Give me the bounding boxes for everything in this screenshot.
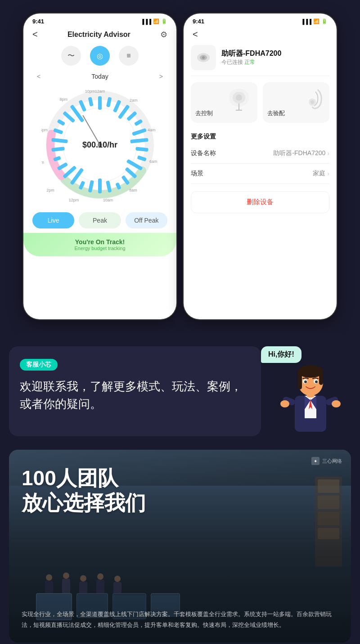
phone1-header: < Electricity Advisor ⚙ <box>23 27 176 44</box>
delete-device-button[interactable]: 删除设备 <box>191 191 329 213</box>
phones-section: 9:41 ▐▐▐ 📶 🔋 < Electricity Advisor ⚙ 〜 ◎… <box>0 0 360 333</box>
svg-point-74 <box>280 400 289 407</box>
radial-chart: 12am 2am 4am 6am 8am 10am 12pm 2pm 4pm 6… <box>23 82 176 206</box>
svg-text:6am: 6am <box>149 159 158 164</box>
tab-bar: 〜 ◎ ≡ <box>23 44 176 71</box>
back-button-1[interactable]: < <box>32 29 38 40</box>
svg-text:12pm: 12pm <box>69 198 79 202</box>
action-buttons: Live Peak Off Peak <box>23 206 176 233</box>
tab-chart[interactable]: 〜 <box>61 46 81 66</box>
team-section: ✦ 三心网络 100人团队 放心选择我们 实现全行业，全场景，全渠道覆盖线上线下… <box>9 450 351 643</box>
device-header: 助听器-FDHA7200 今已连接 正常 <box>191 40 329 76</box>
battery-icon: 🔋 <box>161 18 167 24</box>
settings-row-name[interactable]: 设备名称 助听器-FDHA7200 › <box>191 143 329 164</box>
svg-text:12am: 12am <box>95 89 105 94</box>
chevron-icon-2: › <box>327 170 329 177</box>
track-title: You're On Track! <box>29 238 171 246</box>
svg-text:10pm: 10pm <box>85 89 95 94</box>
phone2-content: 助听器-FDHA7200 今已连接 正常 <box>184 40 337 222</box>
cs-text: 欢迎联系我，了解更多模式、玩法、案例，或者你的疑问。 <box>20 378 250 413</box>
nav-next[interactable]: > <box>159 73 163 80</box>
svg-rect-4 <box>98 96 102 110</box>
svg-text:4pm: 4pm <box>41 160 44 165</box>
btn-peak[interactable]: Peak <box>79 212 121 228</box>
signal-icon-2: ▐▐▐ <box>301 19 311 24</box>
svg-text:2pm: 2pm <box>46 188 54 192</box>
nav-date: Today <box>91 73 108 80</box>
settings-row-scene[interactable]: 场景 家庭 › <box>191 164 329 184</box>
nav-row: < Today > <box>23 71 176 82</box>
cs-card: 客服小芯 欢迎联系我，了解更多模式、玩法、案例，或者你的疑问。 <box>9 346 261 436</box>
svg-point-50 <box>202 56 205 59</box>
track-sub: Energy budget tracking <box>29 246 171 251</box>
setting2-label: 场景 <box>191 170 203 178</box>
svg-text:2am: 2am <box>130 98 138 103</box>
svg-rect-66 <box>298 371 302 389</box>
customer-section: 客服小芯 欢迎联系我，了解更多模式、玩法、案例，或者你的疑问。 Hi,你好! <box>0 333 360 450</box>
fit-img <box>295 85 327 115</box>
cs-badge: 客服小芯 <box>20 359 58 371</box>
device-status-row: 今已连接 正常 <box>221 58 281 66</box>
connected-label: 今已连接 <box>221 59 243 65</box>
svg-point-53 <box>236 94 242 101</box>
svg-rect-67 <box>319 371 323 385</box>
team-title-1: 100人团队 <box>22 466 338 491</box>
device-image <box>191 45 216 70</box>
svg-point-71 <box>315 380 318 383</box>
team-description: 实现全行业，全场景，全渠道覆盖线上线下门店解决方案。千套模板覆盖全行业需求。系统… <box>22 609 338 630</box>
status-time-2: 9:41 <box>193 18 204 25</box>
chevron-icon-1: › <box>327 150 329 157</box>
status-bar-2: 9:41 ▐▐▐ 📶 🔋 <box>184 13 337 27</box>
phone2-hearing-aid: 9:41 ▐▐▐ 📶 🔋 < <box>184 13 337 319</box>
setting1-value: 助听器-FDHA7200 › <box>273 149 329 157</box>
action-card-fit[interactable]: 去验配 <box>263 82 329 123</box>
track-banner: You're On Track! Energy budget tracking <box>23 233 176 256</box>
svg-text:6pm: 6pm <box>41 128 48 132</box>
svg-point-70 <box>304 380 307 383</box>
tab-radar[interactable]: ◎ <box>90 46 110 66</box>
svg-rect-19 <box>98 179 102 193</box>
nav-prev[interactable]: < <box>37 73 40 80</box>
status-icons-1: ▐▐▐ 📶 🔋 <box>141 18 167 24</box>
team-overlay: 100人团队 放心选择我们 实现全行业，全场景，全渠道覆盖线上线下门店解决方案。… <box>9 450 351 643</box>
setting2-value: 家庭 › <box>313 170 329 178</box>
cs-avatar-area: Hi,你好! <box>270 346 351 436</box>
device-name: 助听器-FDHA7200 <box>221 49 281 58</box>
svg-point-57 <box>310 100 314 104</box>
status-bar-1: 9:41 ▐▐▐ 📶 🔋 <box>23 13 176 27</box>
svg-text:8am: 8am <box>129 188 137 192</box>
svg-text:8pm: 8pm <box>59 97 68 102</box>
btn-off-peak[interactable]: Off Peak <box>126 212 167 228</box>
settings-icon[interactable]: ⚙ <box>160 30 167 40</box>
signal-icon: ▐▐▐ <box>141 19 151 24</box>
more-settings-title: 更多设置 <box>191 129 329 143</box>
svg-line-34 <box>83 116 100 145</box>
setting1-label: 设备名称 <box>191 149 216 157</box>
hi-bubble: Hi,你好! <box>261 346 302 363</box>
status-ok: 正常 <box>244 59 255 65</box>
status-time-1: 9:41 <box>32 18 44 25</box>
team-title-2: 放心选择我们 <box>22 491 338 515</box>
status-icons-2: ▐▐▐ 📶 🔋 <box>301 18 328 24</box>
back-button-2[interactable]: < <box>193 29 198 39</box>
device-info: 助听器-FDHA7200 今已连接 正常 <box>221 49 281 66</box>
phone1-title: Electricity Advisor <box>68 31 130 39</box>
btn-live[interactable]: Live <box>32 212 74 228</box>
team-wrapper: ✦ 三心网络 100人团队 放心选择我们 实现全行业，全场景，全渠道覆盖线上线下… <box>0 450 360 644</box>
svg-text:10am: 10am <box>103 198 113 202</box>
svg-point-35 <box>98 143 102 147</box>
svg-text:4am: 4am <box>148 128 156 132</box>
tab-menu[interactable]: ≡ <box>119 46 139 66</box>
action-card-control[interactable]: 去控制 <box>191 82 257 123</box>
wifi-icon-2: 📶 <box>313 18 320 24</box>
svg-point-75 <box>332 400 341 407</box>
control-img <box>223 85 255 115</box>
phone1-electricity: 9:41 ▐▐▐ 📶 🔋 < Electricity Advisor ⚙ 〜 ◎… <box>23 13 176 319</box>
battery-icon-2: 🔋 <box>321 18 328 24</box>
device-actions: 去控制 去验配 <box>191 76 329 129</box>
wifi-icon: 📶 <box>153 18 159 24</box>
